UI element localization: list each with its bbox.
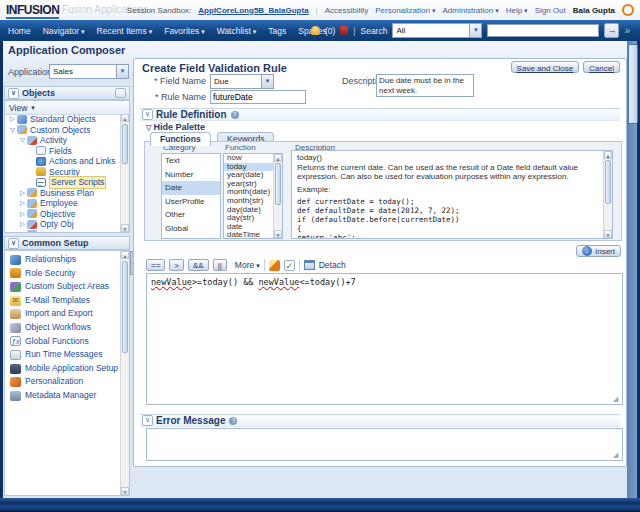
category-other[interactable]: Other xyxy=(162,208,220,222)
page-scrollbar[interactable] xyxy=(627,41,637,498)
scroll-down-icon[interactable]: ▼ xyxy=(121,224,129,232)
nav-navigator[interactable]: Navigator▾ xyxy=(43,26,85,36)
scroll-thumb[interactable] xyxy=(122,124,128,164)
scroll-thumb[interactable] xyxy=(605,160,611,204)
scroll-up-icon[interactable]: ▲ xyxy=(274,154,282,162)
dropdown-arrow-icon[interactable]: ▾ xyxy=(261,75,273,88)
detach-button[interactable]: Detach xyxy=(319,260,346,270)
common-setup-run-time-messages[interactable]: Run Time Messages xyxy=(5,348,121,362)
common-setup-scrollbar[interactable]: ▲ ▼ xyxy=(120,251,129,495)
tree-item-fields[interactable]: Fields xyxy=(5,146,121,157)
scroll-up-icon[interactable]: ▲ xyxy=(121,114,129,122)
session-sandbox-link[interactable]: ApplCoreLong5B_BalaGupta xyxy=(198,6,308,15)
collapse-icon[interactable]: ∨ xyxy=(8,238,19,249)
function-datetime[interactable]: dateTime xyxy=(224,231,274,239)
sign-out-link[interactable]: Sign Out xyxy=(535,6,566,15)
scroll-down-icon[interactable]: ▼ xyxy=(121,487,129,495)
tree-item-employee[interactable]: ▷ Employee xyxy=(5,198,121,209)
category-date[interactable]: Date xyxy=(162,181,220,195)
scroll-up-icon[interactable]: ▲ xyxy=(121,251,129,259)
category-userprofile[interactable]: UserProfile xyxy=(162,195,220,209)
collapse-icon[interactable]: ∨ xyxy=(142,109,153,120)
tree-item-custom-objects[interactable]: ▽ Custom Objects xyxy=(5,125,121,136)
global-search-input[interactable] xyxy=(487,24,599,37)
notifications-bell-icon[interactable] xyxy=(311,26,320,35)
rule-definition-section-header[interactable]: ∨ Rule Definition ? xyxy=(140,108,620,121)
nav-tags[interactable]: Tags xyxy=(268,26,286,36)
administration-menu[interactable]: Administration▾ xyxy=(442,6,498,15)
collapse-icon[interactable]: ∨ xyxy=(142,415,153,426)
tree-item-objective[interactable]: ▷ Objective xyxy=(5,209,121,220)
resize-grip-icon[interactable]: ◢ xyxy=(613,451,621,459)
operator-or-button[interactable]: || xyxy=(213,259,227,271)
tree-item-opty-obj[interactable]: ▷ Opty Obj xyxy=(5,219,121,230)
tree-item-activity[interactable]: ▽ Activity xyxy=(5,135,121,146)
description-textarea[interactable]: Due date must be in the next week. xyxy=(376,74,474,97)
operator-equals-button[interactable]: == xyxy=(146,259,165,271)
common-setup-object-workflows[interactable]: Object Workflows xyxy=(5,321,121,335)
scroll-up-icon[interactable]: ▲ xyxy=(604,151,612,159)
tree-item-partial[interactable]: ▷ xyxy=(5,230,121,233)
common-setup-email-templates[interactable]: ✉E-Mail Templates xyxy=(5,294,121,308)
tree-item-standard-objects[interactable]: ▷ Standard Objects xyxy=(5,114,121,125)
common-setup-personalization[interactable]: Personalization xyxy=(5,375,121,389)
expand-icon[interactable]: ▷ xyxy=(18,209,27,220)
field-name-select[interactable]: Due ▾ xyxy=(210,74,274,89)
resize-grip-icon[interactable]: ◢ xyxy=(613,395,621,403)
expand-icon[interactable]: ▷ xyxy=(18,219,27,230)
flag-icon[interactable] xyxy=(340,26,348,35)
more-menu[interactable]: More▾ xyxy=(235,260,260,270)
help-icon[interactable]: ? xyxy=(231,111,239,119)
expand-icon[interactable]: ▷ xyxy=(8,114,17,125)
nav-recent-items[interactable]: Recent Items▾ xyxy=(97,26,153,36)
save-and-close-button[interactable]: Save and Close xyxy=(511,61,579,73)
collapse-tree-icon[interactable]: ▽ xyxy=(18,135,27,146)
category-number[interactable]: Number xyxy=(162,168,220,182)
error-message-textarea[interactable]: ◢ xyxy=(146,428,623,461)
operator-and-button[interactable]: && xyxy=(188,259,209,271)
scroll-thumb[interactable] xyxy=(275,163,281,205)
help-icon[interactable]: ? xyxy=(229,417,237,425)
cancel-button[interactable]: Cancel xyxy=(583,61,620,73)
category-global[interactable]: Global xyxy=(162,222,220,236)
operator-greater-than-button[interactable]: > xyxy=(169,259,184,271)
search-scope-select[interactable]: All ▾ xyxy=(392,23,482,38)
category-text[interactable]: Text xyxy=(162,154,220,168)
collapse-tree-icon[interactable]: ▽ xyxy=(8,125,17,136)
common-setup-relationships[interactable]: Relationships xyxy=(5,253,121,267)
common-setup-metadata-manager[interactable]: Metadata Manager xyxy=(5,389,121,403)
scroll-down-icon[interactable]: ▼ xyxy=(604,230,612,238)
expand-icon[interactable]: ▷ xyxy=(18,230,27,233)
application-select[interactable]: Sales ▾ xyxy=(49,64,129,79)
description-scrollbar[interactable]: ▲ ▼ xyxy=(603,151,612,238)
common-setup-custom-subject-areas[interactable]: Custom Subject Areas xyxy=(5,280,121,294)
collapse-icon[interactable]: ∨ xyxy=(8,88,19,99)
function-list-scrollbar[interactable]: ▲ ▼ xyxy=(273,154,282,238)
error-message-section-header[interactable]: ∨ Error Message ? xyxy=(140,414,620,427)
scroll-down-icon[interactable]: ▼ xyxy=(274,230,282,238)
objects-panel-header[interactable]: ∨ Objects xyxy=(4,86,130,100)
common-setup-global-functions[interactable]: ƒxGlobal Functions xyxy=(5,335,121,349)
help-menu[interactable]: Help▾ xyxy=(506,6,528,15)
search-go-icon[interactable]: → xyxy=(604,23,619,38)
nav-home[interactable]: Home xyxy=(8,26,31,36)
expand-icon[interactable]: ▷ xyxy=(18,188,27,199)
rule-name-input[interactable] xyxy=(210,90,306,104)
new-window-icon[interactable] xyxy=(115,88,126,98)
tab-functions[interactable]: Functions xyxy=(150,132,211,146)
validate-icon[interactable]: ✓ xyxy=(284,260,295,271)
insert-button[interactable]: ↓ Insert xyxy=(576,245,621,257)
accessibility-link[interactable]: Accessibility xyxy=(325,6,369,15)
tree-item-business-plan[interactable]: ▷ Business Plan xyxy=(5,188,121,199)
scroll-thumb[interactable] xyxy=(122,261,128,353)
nav-watchlist[interactable]: Watchlist▾ xyxy=(217,26,257,36)
expand-icon[interactable]: ▷ xyxy=(18,198,27,209)
dropdown-arrow-icon[interactable]: ▾ xyxy=(469,24,481,37)
tree-scrollbar[interactable]: ▲ ▼ xyxy=(120,114,129,232)
detach-icon[interactable] xyxy=(304,260,315,270)
dropdown-arrow-icon[interactable]: ▾ xyxy=(116,65,128,78)
personalization-menu[interactable]: Personalization▾ xyxy=(375,6,435,15)
common-setup-import-export[interactable]: Import and Export xyxy=(5,307,121,321)
scroll-thumb[interactable] xyxy=(628,44,638,124)
tree-item-server-scripts[interactable]: Server Scripts xyxy=(5,177,121,188)
